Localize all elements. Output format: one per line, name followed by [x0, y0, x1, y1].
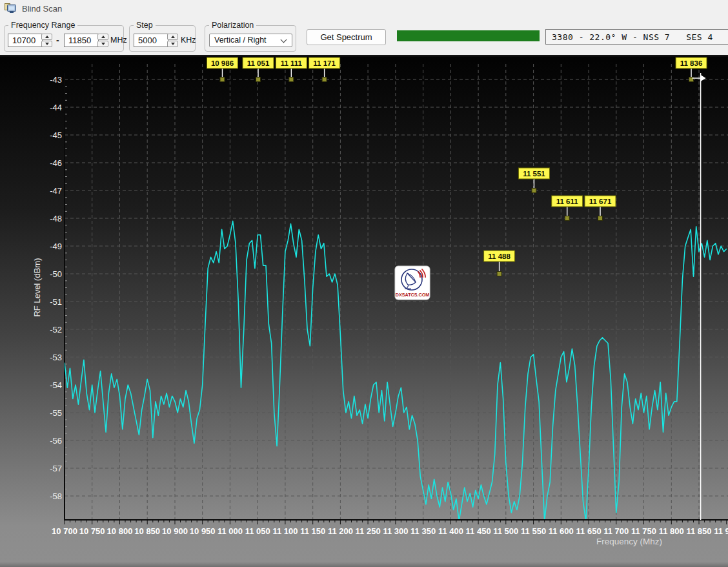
svg-text:-44: -44: [50, 103, 62, 112]
svg-text:11 900: 11 900: [714, 526, 728, 536]
svg-text:11 500: 11 500: [493, 526, 518, 536]
progress-fill: [397, 30, 540, 41]
polarization-value: Vertical / Right: [214, 36, 267, 45]
svg-text:-55: -55: [50, 408, 62, 418]
frequency-unit-label: MHz: [110, 36, 127, 45]
svg-text:11 171: 11 171: [313, 59, 336, 67]
svg-text:11 450: 11 450: [466, 526, 491, 536]
satellite-info-field[interactable]: [545, 29, 728, 45]
svg-text:-48: -48: [50, 214, 62, 223]
frequency-range-label: Frequency Range: [8, 21, 77, 30]
spectrum-chart: -43-44-45-46-47-48-49-50-51-52-53-54-55-…: [0, 55, 728, 567]
step-unit-label: KHz: [181, 36, 196, 45]
x-axis-labels: 10 70010 75010 80010 85010 90010 95011 0…: [52, 526, 728, 536]
svg-text:11 836: 11 836: [680, 59, 703, 67]
svg-text:-47: -47: [50, 186, 62, 196]
svg-text:-43: -43: [50, 75, 62, 85]
step-input[interactable]: [134, 34, 168, 47]
svg-text:11 551: 11 551: [523, 170, 545, 178]
svg-text:10 950: 10 950: [190, 526, 216, 536]
polarization-select[interactable]: Vertical / Right: [209, 34, 292, 47]
svg-text:11 051: 11 051: [247, 59, 270, 67]
svg-text:-56: -56: [50, 436, 62, 446]
title-bar: Blind Scan: [0, 0, 728, 17]
svg-text:11 111: 11 111: [281, 59, 303, 67]
window-title: Blind Scan: [22, 4, 62, 14]
spin-down-icon[interactable]: [167, 41, 178, 47]
frequency-to-spinner[interactable]: [97, 34, 108, 47]
svg-text:-52: -52: [50, 325, 62, 335]
svg-text:10 700: 10 700: [52, 526, 77, 536]
svg-text:11 800: 11 800: [659, 526, 684, 536]
svg-text:10 750: 10 750: [79, 526, 105, 536]
svg-text:11 550: 11 550: [521, 526, 546, 536]
chevron-down-icon: [281, 37, 287, 43]
svg-text:11 250: 11 250: [356, 526, 381, 536]
svg-text:11 100: 11 100: [272, 526, 298, 536]
svg-text:11 488: 11 488: [488, 253, 511, 260]
svg-text:11 000: 11 000: [217, 526, 243, 536]
toolbar: Frequency Range - MHz Step KHz Polarizat…: [0, 17, 728, 55]
dxsatcs-logo: DXSATCS.COM: [395, 266, 430, 300]
svg-text:11 300: 11 300: [383, 526, 408, 536]
svg-text:11 700: 11 700: [603, 526, 629, 536]
svg-text:10 900: 10 900: [162, 526, 188, 536]
svg-text:10 986: 10 986: [211, 59, 234, 67]
spin-up-icon[interactable]: [97, 34, 108, 40]
get-spectrum-button[interactable]: Get Spectrum: [307, 29, 386, 45]
svg-text:-58: -58: [50, 491, 62, 501]
svg-text:DXSATCS.COM: DXSATCS.COM: [396, 292, 430, 298]
blind-scan-window: Blind Scan Frequency Range - MHz Step KH…: [0, 0, 728, 567]
spin-up-icon[interactable]: [167, 34, 178, 40]
svg-text:-51: -51: [50, 297, 62, 307]
svg-text:10 850: 10 850: [134, 526, 160, 536]
svg-text:-53: -53: [50, 353, 62, 362]
svg-text:11 850: 11 850: [686, 526, 711, 536]
svg-text:11 671: 11 671: [589, 198, 612, 205]
step-label: Step: [134, 21, 156, 30]
spin-down-icon[interactable]: [97, 41, 108, 47]
svg-text:-50: -50: [50, 269, 62, 279]
svg-text:-49: -49: [50, 242, 62, 251]
x-axis-title: Frequency (Mhz): [596, 537, 662, 546]
svg-text:11 400: 11 400: [438, 526, 463, 536]
frequency-from-spinner[interactable]: [41, 34, 52, 47]
step-spinner[interactable]: [167, 34, 178, 47]
frequency-from-input[interactable]: [8, 34, 43, 47]
step-group: Step KHz: [129, 25, 196, 52]
svg-text:11 150: 11 150: [300, 526, 325, 536]
chart-background: [0, 55, 728, 567]
range-separator: -: [56, 35, 59, 45]
polarization-label: Polarization: [209, 21, 256, 30]
svg-text:11 350: 11 350: [410, 526, 436, 536]
svg-text:11 650: 11 650: [576, 526, 602, 536]
svg-text:10 800: 10 800: [107, 526, 133, 536]
scan-progress-bar: [397, 30, 540, 41]
spin-down-icon[interactable]: [41, 41, 52, 47]
svg-text:11 600: 11 600: [549, 526, 574, 536]
polarization-group: Polarization Vertical / Right: [205, 25, 296, 52]
y-axis-title: RF Level (dBm): [32, 258, 42, 316]
svg-text:11 200: 11 200: [328, 526, 353, 536]
svg-text:-57: -57: [50, 464, 62, 473]
app-icon: [5, 3, 16, 14]
svg-text:-54: -54: [50, 380, 62, 390]
svg-text:11 050: 11 050: [245, 526, 270, 536]
svg-text:11 611: 11 611: [556, 198, 579, 205]
svg-text:-46: -46: [50, 158, 62, 168]
frequency-to-input[interactable]: [64, 34, 99, 47]
frequency-range-group: Frequency Range - MHz: [4, 25, 124, 52]
spin-up-icon[interactable]: [41, 34, 52, 40]
svg-text:11 750: 11 750: [631, 526, 656, 536]
svg-text:-45: -45: [50, 130, 62, 140]
spectrum-plot: -43-44-45-46-47-48-49-50-51-52-53-54-55-…: [0, 55, 728, 567]
